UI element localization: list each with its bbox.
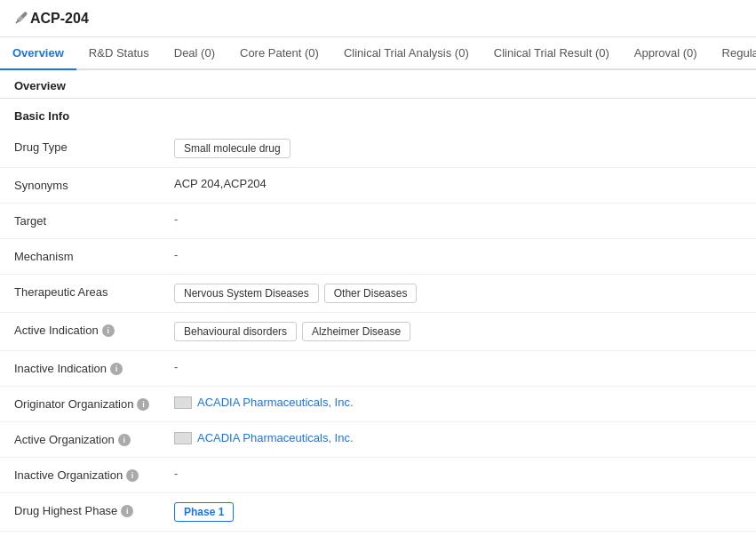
field-label-text: Originator Organization [14,397,133,411]
field-value: ACP 204,ACP204 [174,177,742,190]
org-name[interactable]: ACADIA Pharmaceuticals, Inc. [197,431,354,444]
field-dash: - [174,360,178,373]
tab-clinical-trial-analysis--0-[interactable]: Clinical Trial Analysis (0) [331,37,481,70]
field-dash: - [174,467,178,480]
tab-regulation--0-[interactable]: Regulation (0) [710,37,756,70]
field-label: Therapeutic Areas [14,284,174,299]
field-label: Synonyms [14,177,174,192]
field-value: ACADIA Pharmaceuticals, Inc. [174,431,742,444]
field-text-value: ACP 204,ACP204 [174,177,267,190]
field-row: Active OrganizationiACADIA Pharmaceutica… [0,422,756,458]
field-row: Mechanism- [0,239,756,275]
info-icon[interactable]: i [102,324,115,337]
field-tag[interactable]: Small molecule drug [174,139,290,158]
field-row: Target- [0,204,756,239]
field-label: Active Organizationi [14,431,174,446]
field-label: Inactive Indicationi [14,360,174,375]
field-label: Originator Organizationi [14,396,174,411]
nav-tabs: OverviewR&D StatusDeal (0)Core Patent (0… [0,37,756,70]
org-item: ACADIA Pharmaceuticals, Inc. [174,431,354,444]
tab-clinical-trial-result--0-[interactable]: Clinical Trial Result (0) [481,37,622,70]
field-value: Phase 1 [174,502,742,522]
org-name[interactable]: ACADIA Pharmaceuticals, Inc. [197,396,354,409]
field-value: - [174,360,742,373]
field-label: Inactive Organizationi [14,467,174,482]
field-label: Active Indicationi [14,322,174,337]
info-icon[interactable]: i [110,363,123,375]
section-title: Overview [0,70,756,99]
field-label-text: Therapeutic Areas [14,285,108,299]
field-label-text: Inactive Indication [14,362,107,375]
field-label: Drug Type [14,139,174,154]
org-logo [174,432,192,444]
pill-icon [14,9,30,28]
info-icon[interactable]: i [118,434,131,446]
field-value: - [174,248,742,261]
svg-line-2 [16,20,19,23]
field-row: Therapeutic AreasNervous System Diseases… [0,275,756,313]
tab-core-patent--0-[interactable]: Core Patent (0) [227,37,331,70]
field-label-text: Synonyms [14,179,68,192]
field-row: First Approval Date(Global)- [0,532,756,536]
field-row: Drug TypeSmall molecule drug [0,130,756,168]
field-row: Originator OrganizationiACADIA Pharmaceu… [0,387,756,422]
field-tag[interactable]: Nervous System Diseases [174,284,319,303]
field-row: Inactive Organizationi- [0,458,756,493]
field-label: Drug Highest Phasei [14,502,174,517]
info-icon[interactable]: i [137,398,149,411]
info-icon[interactable]: i [126,469,139,482]
field-tag[interactable]: Behavioural disorders [174,322,297,341]
field-row: SynonymsACP 204,ACP204 [0,168,756,204]
org-item: ACADIA Pharmaceuticals, Inc. [174,396,354,409]
field-value: Small molecule drug [174,139,742,158]
field-row: Inactive Indicationi- [0,351,756,387]
field-row: Active IndicationiBehavioural disordersA… [0,313,756,351]
field-row: Drug Highest PhaseiPhase 1 [0,493,756,532]
field-label-text: Drug Type [14,140,68,154]
tab-overview[interactable]: Overview [0,37,76,70]
info-icon[interactable]: i [121,505,133,517]
org-logo [174,396,192,409]
field-tag[interactable]: Alzheimer Disease [302,322,410,341]
field-dash: - [174,248,178,261]
page-header: ACP-204 [0,0,756,37]
fields-container: Drug TypeSmall molecule drugSynonymsACP … [0,130,756,536]
field-label-text: Active Indication [14,324,99,337]
field-label-text: Mechanism [14,250,73,263]
page-title: ACP-204 [30,11,89,27]
tab-deal--0-[interactable]: Deal (0) [162,37,227,70]
field-value: Nervous System DiseasesOther Diseases [174,284,742,303]
field-label-text: Active Organization [14,433,115,446]
field-label: Target [14,212,174,228]
field-label-text: Target [14,214,46,228]
field-dash: - [174,212,178,226]
field-label: Mechanism [14,248,174,263]
field-tag[interactable]: Other Diseases [324,284,418,303]
tab-approval--0-[interactable]: Approval (0) [622,37,710,70]
field-label-text: Drug Highest Phase [14,504,117,517]
field-value: ACADIA Pharmaceuticals, Inc. [174,396,742,409]
basic-info-title: Basic Info [0,99,756,130]
field-label-text: Inactive Organization [14,468,123,482]
tab-r&d-status[interactable]: R&D Status [76,37,162,70]
field-value: - [174,467,742,480]
phase-tag[interactable]: Phase 1 [174,502,234,522]
field-value: - [174,212,742,226]
field-value: Behavioural disordersAlzheimer Disease [174,322,742,341]
